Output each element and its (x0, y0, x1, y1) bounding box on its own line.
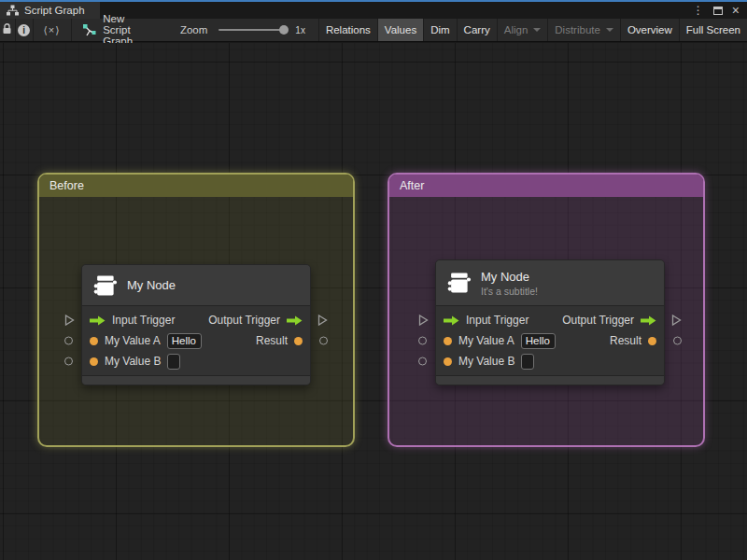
node-footer (82, 375, 310, 385)
group-before-header[interactable]: Before (39, 175, 353, 197)
value-a-label: My Value A (105, 334, 161, 347)
lock-button[interactable] (0, 19, 15, 41)
graph-canvas[interactable]: Before After (0, 43, 747, 560)
dim-label: Dim (430, 24, 449, 35)
code-ports-button[interactable]: ⟨×⟩ (33, 19, 70, 41)
node-my-node-after[interactable]: My Node It's a subtitle! Input Trigger (435, 259, 665, 385)
zoom-value: 1x (295, 25, 305, 35)
hollow-circle-icon[interactable] (418, 357, 427, 366)
hollow-triangle-icon[interactable] (317, 315, 328, 327)
close-icon[interactable]: × (732, 4, 740, 17)
value-b-port-icon[interactable] (444, 357, 452, 366)
value-b-label: My Value B (458, 355, 514, 368)
value-a-input[interactable] (521, 333, 556, 349)
hollow-triangle-icon[interactable] (418, 315, 429, 327)
node-body: Input Trigger Output Trigger (436, 306, 664, 375)
value-a-port-icon[interactable] (90, 337, 98, 345)
graph-asset-label: New Script Graph (103, 13, 147, 47)
dim-button[interactable]: Dim (424, 19, 456, 41)
group-after-label: After (400, 179, 424, 192)
node-footer (436, 375, 664, 385)
info-button[interactable]: i (15, 19, 32, 41)
output-trigger-label: Output Trigger (208, 314, 280, 327)
port-row-value-a: My Value A Result (90, 330, 303, 351)
overview-label: Overview (627, 24, 672, 35)
node-subtitle: It's a subtitle! (481, 286, 538, 297)
lock-icon (2, 23, 12, 36)
unit-node-icon (92, 273, 118, 299)
carry-button[interactable]: Carry (458, 19, 497, 41)
values-label: Values (385, 24, 416, 35)
window-menu-icon[interactable]: ⋮ (693, 5, 704, 16)
values-button[interactable]: Values (378, 19, 423, 41)
value-a-input[interactable] (167, 333, 202, 349)
value-b-input[interactable] (521, 354, 534, 370)
output-trigger-label: Output Trigger (562, 314, 634, 327)
result-port-icon[interactable] (294, 337, 303, 345)
relations-button[interactable]: Relations (319, 19, 377, 41)
overview-button[interactable]: Overview (621, 19, 679, 41)
hollow-circle-icon[interactable] (64, 357, 73, 366)
code-ports-icon: ⟨×⟩ (43, 24, 60, 36)
script-graph-window: Script Graph ⋮ × i ⟨×⟩ (0, 0, 747, 560)
node-header[interactable]: My Node (82, 265, 310, 306)
result-port-icon[interactable] (648, 337, 656, 345)
window-controls: ⋮ × (693, 2, 747, 19)
tab-title: Script Graph (24, 5, 85, 16)
port-row-value-a: My Value A Result (444, 330, 656, 351)
fullscreen-button[interactable]: Full Screen (680, 19, 747, 41)
align-label: Align (504, 24, 529, 35)
zoom-label: Zoom (180, 24, 207, 35)
hollow-circle-icon[interactable] (319, 337, 328, 345)
relations-label: Relations (326, 24, 371, 35)
zoom-slider[interactable] (218, 29, 286, 31)
node-my-node-before[interactable]: My Node Input Trigger Output Trigge (81, 264, 311, 385)
graph-toolbar: i ⟨×⟩ New Script Graph Zoom 1x (0, 19, 747, 42)
graph-asset-icon (82, 23, 96, 37)
port-row-triggers: Input Trigger Output Trigger (444, 310, 656, 330)
value-b-label: My Value B (105, 355, 161, 368)
port-row-triggers: Input Trigger Output Trigger (90, 310, 303, 330)
tab-script-graph[interactable]: Script Graph (0, 2, 100, 19)
distribute-label: Distribute (555, 24, 600, 35)
port-row-value-b: My Value B (90, 351, 303, 371)
hollow-circle-icon[interactable] (64, 337, 73, 345)
unit-node-icon (445, 270, 472, 296)
value-b-port-icon[interactable] (90, 357, 98, 366)
carry-label: Carry (464, 24, 490, 35)
node-title: My Node (481, 270, 538, 284)
chevron-down-icon (606, 28, 613, 32)
hollow-triangle-icon[interactable] (64, 315, 75, 327)
output-trigger-port-icon[interactable] (641, 315, 656, 326)
output-trigger-port-icon[interactable] (287, 315, 303, 326)
hollow-triangle-icon[interactable] (671, 315, 682, 327)
hollow-circle-icon[interactable] (673, 337, 682, 345)
input-trigger-label: Input Trigger (466, 314, 529, 327)
maximize-icon[interactable] (713, 7, 723, 15)
zoom-control: Zoom 1x (180, 19, 305, 41)
hierarchy-icon (7, 5, 19, 16)
port-row-value-b: My Value B (444, 351, 656, 371)
result-label: Result (610, 334, 641, 347)
value-a-label: My Value A (458, 334, 514, 347)
result-label: Result (256, 334, 288, 347)
zoom-slider-handle[interactable] (279, 25, 289, 35)
node-header[interactable]: My Node It's a subtitle! (436, 260, 664, 306)
node-body: Input Trigger Output Trigger (82, 306, 310, 375)
fullscreen-label: Full Screen (686, 24, 740, 35)
input-trigger-label: Input Trigger (112, 314, 175, 327)
input-trigger-port-icon[interactable] (90, 315, 106, 326)
value-a-port-icon[interactable] (444, 337, 452, 345)
toolbar-toggle-group: Relations Values Dim Carry Align Distrib… (318, 19, 747, 41)
distribute-button[interactable]: Distribute (548, 19, 620, 41)
group-before-label: Before (49, 179, 84, 192)
group-after-header[interactable]: After (389, 175, 703, 197)
chevron-down-icon (533, 28, 541, 32)
align-button[interactable]: Align (498, 19, 548, 41)
value-b-input[interactable] (167, 354, 180, 370)
input-trigger-port-icon[interactable] (444, 315, 459, 326)
graph-asset-button[interactable]: New Script Graph (71, 19, 158, 41)
hollow-circle-icon[interactable] (418, 337, 427, 345)
info-icon: i (18, 24, 30, 36)
node-title: My Node (127, 278, 176, 292)
